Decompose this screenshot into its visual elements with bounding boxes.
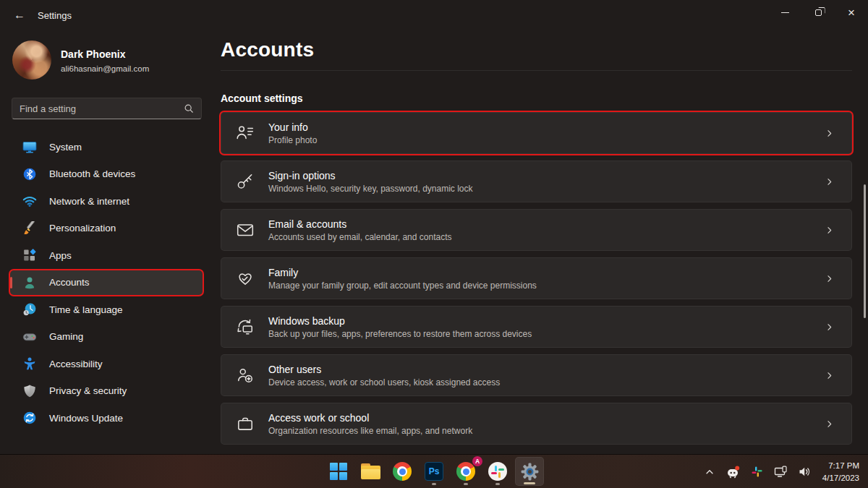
chrome-icon (393, 462, 412, 481)
slack-icon (488, 462, 507, 481)
discord-icon[interactable] (724, 461, 743, 483)
wifi-icon (22, 194, 37, 208)
sidebar-item-label: Time & language (49, 304, 123, 315)
photoshop-button[interactable]: Ps (420, 457, 448, 486)
setting-row-access-work-school[interactable]: Access work or schoolOrganization resour… (221, 403, 852, 445)
system-tray: 7:17 PM 4/17/2023 (700, 455, 864, 488)
restore-icon (815, 9, 822, 16)
clock-date: 4/17/2023 (822, 472, 859, 484)
setting-row-your-info[interactable]: Your infoProfile photo (221, 112, 852, 154)
setting-row-sign-in-options[interactable]: Sign-in optionsWindows Hello, security k… (221, 160, 852, 202)
window-controls: × (768, 0, 868, 25)
heart-icon (236, 269, 255, 288)
chevron-right-icon (825, 226, 837, 235)
sidebar-item-windows-update[interactable]: Windows Update (10, 406, 203, 430)
setting-subtitle: Organization resources like email, apps,… (268, 426, 472, 436)
minimize-button[interactable] (768, 0, 801, 25)
sidebar-item-label: Gaming (49, 331, 83, 342)
close-icon: × (848, 7, 855, 19)
setting-title: Sign-in options (268, 170, 473, 181)
running-indicator (432, 483, 436, 485)
magnifier-icon (184, 103, 194, 114)
active-indicator (524, 482, 535, 484)
start-button[interactable] (324, 457, 353, 486)
sidebar-item-label: Bluetooth & devices (49, 168, 135, 179)
person-icon (22, 275, 37, 290)
chrome-profile-button[interactable]: A (451, 457, 480, 486)
back-button[interactable]: ← (7, 5, 32, 25)
clock-time: 7:17 PM (822, 460, 859, 472)
setting-title: Other users (268, 364, 500, 375)
file-explorer-button[interactable] (356, 457, 385, 486)
taskbar: Ps A (0, 454, 868, 488)
search-box[interactable] (12, 98, 202, 119)
settings-list: Your infoProfile photo Sign-in optionsWi… (221, 112, 852, 451)
volume-icon[interactable] (796, 461, 814, 483)
setting-subtitle: Profile photo (268, 135, 317, 145)
clock-globe-icon (22, 302, 37, 317)
minimize-icon (781, 12, 789, 13)
sidebar-item-apps[interactable]: Apps (10, 243, 203, 267)
briefcase-icon (236, 414, 255, 433)
scrollbar[interactable] (864, 184, 866, 318)
close-button[interactable]: × (835, 0, 868, 25)
setting-row-family[interactable]: FamilyManage your family group, edit acc… (221, 257, 852, 299)
setting-subtitle: Accounts used by email, calendar, and co… (268, 232, 451, 242)
sidebar-item-bluetooth[interactable]: Bluetooth & devices (10, 162, 203, 187)
running-indicator (495, 483, 500, 485)
envelope-icon (236, 221, 255, 239)
sidebar-item-label: Apps (49, 250, 72, 261)
taskbar-app-icons: Ps A (324, 457, 544, 486)
sidebar-item-gaming[interactable]: Gaming (10, 325, 203, 349)
sidebar-item-time-language[interactable]: Time & language (10, 297, 203, 322)
main-content: Accounts Account settings Your infoProfi… (211, 29, 868, 454)
setting-subtitle: Windows Hello, security key, password, d… (268, 184, 473, 194)
bluetooth-icon (22, 167, 37, 181)
sidebar-item-accessibility[interactable]: Accessibility (10, 351, 203, 376)
chevron-up-icon[interactable] (700, 461, 719, 483)
photoshop-icon: Ps (425, 462, 443, 481)
sidebar-item-label: Accounts (49, 277, 90, 288)
display-icon[interactable] (772, 461, 791, 483)
brush-icon (22, 221, 37, 236)
avatar[interactable] (12, 40, 51, 80)
restore-button[interactable] (801, 0, 835, 25)
windows-start-icon (330, 463, 347, 480)
slack-button[interactable] (483, 457, 512, 486)
chevron-right-icon (825, 322, 837, 332)
setting-title: Email & accounts (268, 218, 451, 230)
sidebar-nav: System Bluetooth & devices Network & int… (0, 134, 211, 430)
setting-row-windows-backup[interactable]: Windows backupBack up your files, apps, … (221, 306, 852, 348)
app-title: Settings (38, 10, 72, 21)
person-add-icon (236, 366, 255, 385)
running-indicator (464, 483, 468, 485)
setting-title: Family (268, 267, 537, 278)
user-email: ali6hasnain@gmail.com (61, 64, 149, 73)
slack-icon[interactable] (748, 461, 767, 483)
sidebar: Dark Phoenix ali6hasnain@gmail.com Syste… (0, 29, 211, 454)
sidebar-item-network[interactable]: Network & internet (10, 189, 203, 213)
sidebar-item-label: Privacy & security (49, 385, 127, 396)
settings-window: ← Settings × Dark Phoenix ali6hasnain@gm… (0, 0, 868, 488)
setting-row-email-accounts[interactable]: Email & accountsAccounts used by email, … (221, 209, 852, 251)
chevron-right-icon (825, 419, 837, 429)
back-arrow-icon: ← (14, 9, 25, 22)
sidebar-item-privacy[interactable]: Privacy & security (10, 379, 203, 403)
taskbar-clock[interactable]: 7:17 PM 4/17/2023 (820, 460, 864, 484)
setting-subtitle: Device access, work or school users, kio… (268, 377, 500, 388)
search-input[interactable] (12, 103, 184, 114)
settings-taskbar-button[interactable] (515, 457, 544, 486)
divider (221, 70, 852, 71)
sidebar-item-system[interactable]: System (10, 134, 203, 159)
chevron-right-icon (825, 129, 837, 138)
titlebar: ← Settings × (0, 0, 868, 29)
sidebar-item-accounts[interactable]: Accounts (10, 270, 203, 295)
apps-grid-icon (22, 248, 37, 262)
setting-row-other-users[interactable]: Other usersDevice access, work or school… (221, 354, 852, 396)
chrome-button[interactable] (388, 457, 417, 486)
setting-title: Access work or school (268, 412, 472, 424)
update-arrows-icon (22, 411, 37, 425)
setting-title: Windows backup (268, 315, 532, 327)
sidebar-item-personalization[interactable]: Personalization (10, 216, 203, 241)
section-title: Account settings (221, 93, 303, 104)
